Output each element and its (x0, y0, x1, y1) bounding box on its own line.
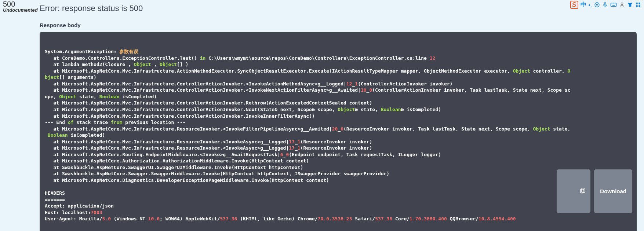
svg-rect-15 (638, 3, 640, 4)
ime-taskbar: 中 •, (570, 1, 641, 9)
svg-point-4 (596, 4, 596, 4)
svg-rect-7 (611, 3, 616, 7)
ime-person-icon[interactable] (619, 2, 625, 8)
copy-button[interactable] (557, 169, 590, 213)
sogou-icon[interactable] (570, 1, 578, 9)
response-body-title: Response body (40, 22, 637, 28)
response-body-code: System.ArgumentException: 参数有误 at CoreDe… (40, 32, 637, 231)
svg-point-3 (595, 3, 599, 7)
stack-trace-text: System.ArgumentException: 参数有误 at CoreDe… (45, 48, 632, 222)
ime-keyboard-icon[interactable] (610, 2, 617, 8)
svg-rect-6 (604, 3, 606, 5)
ime-skin-icon[interactable] (627, 2, 633, 8)
clipboard-icon (561, 188, 586, 203)
download-button[interactable]: Download (594, 169, 632, 213)
error-heading: Error: response status is 500 (40, 4, 637, 13)
svg-rect-17 (638, 5, 640, 7)
status-label: Undocumented (3, 7, 40, 13)
svg-rect-16 (636, 5, 638, 7)
svg-rect-0 (582, 188, 585, 192)
ime-emoji-icon[interactable] (594, 2, 600, 8)
svg-point-13 (621, 3, 623, 5)
ime-toolbox-icon[interactable] (635, 2, 641, 8)
svg-point-5 (597, 4, 598, 4)
status-code: 500 (3, 0, 40, 8)
ime-lang-icon[interactable]: 中 (581, 1, 586, 9)
ime-mic-icon[interactable] (602, 2, 608, 8)
svg-rect-14 (636, 3, 638, 4)
ime-punct-icon[interactable]: •, (589, 2, 592, 8)
